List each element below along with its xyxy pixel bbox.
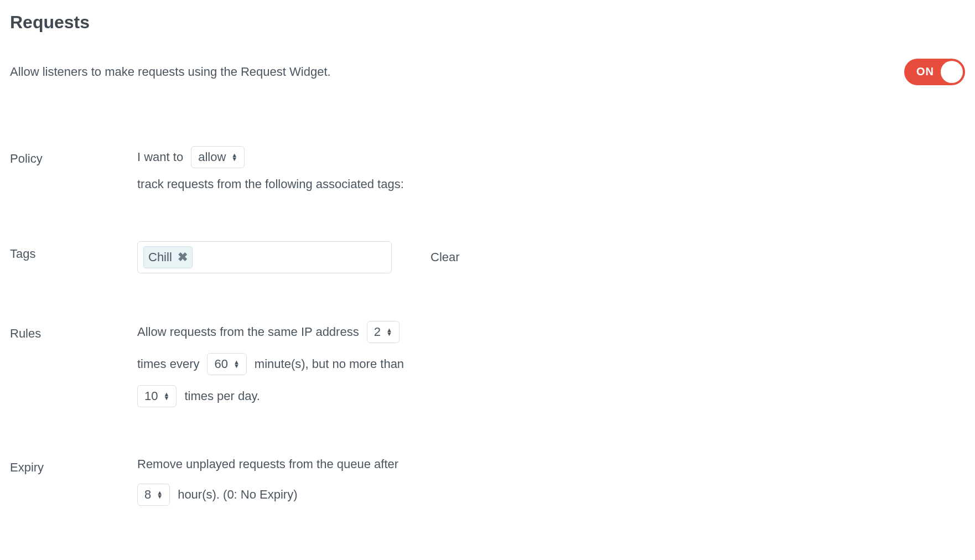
rules-line1-text: Allow requests from the same IP address [137,323,359,341]
toggle-knob-icon [941,61,963,83]
rules-line2-mid-text: minute(s), but no more than [255,355,404,374]
rules-perday-select[interactable]: 10 [137,385,177,407]
remove-tag-icon[interactable]: ✖ [178,248,188,267]
tags-input[interactable]: Chill ✖ [137,241,392,273]
rules-line3-text: times per day. [184,387,260,406]
rules-perday-value: 10 [144,390,158,402]
page-title: Requests [10,9,965,37]
rules-minutes-value: 60 [214,358,227,370]
requests-toggle-label: ON [916,63,934,80]
rules-requests-select[interactable]: 2 [367,321,400,343]
sort-arrows-icon [157,491,163,499]
sort-arrows-icon [386,328,392,336]
tag-chip-label: Chill [148,248,172,267]
tag-chip: Chill ✖ [143,246,193,268]
clear-tags-button[interactable]: Clear [431,248,460,267]
sort-arrows-icon [163,392,169,400]
requests-toggle[interactable]: ON [904,59,965,85]
policy-label: Policy [10,146,132,168]
expiry-prefix-text: Remove unplayed requests from the queue … [137,455,398,474]
rules-minutes-select[interactable]: 60 [207,353,246,375]
tags-label: Tags [10,241,132,263]
expiry-suffix-text: hour(s). (0: No Expiry) [178,485,297,504]
policy-select[interactable]: allow [191,146,245,168]
expiry-hours-value: 8 [144,489,151,501]
policy-select-value: allow [198,151,226,163]
sort-arrows-icon [234,360,240,368]
requests-description: Allow listeners to make requests using t… [10,63,331,81]
rules-line2-prefix-text: times every [137,355,199,374]
expiry-hours-select[interactable]: 8 [137,484,170,506]
sort-arrows-icon [231,153,237,161]
expiry-label: Expiry [10,455,132,477]
rules-label: Rules [10,321,132,343]
policy-suffix-text: track requests from the following associ… [137,175,965,194]
rules-requests-value: 2 [374,326,381,338]
policy-prefix-text: I want to [137,148,183,167]
